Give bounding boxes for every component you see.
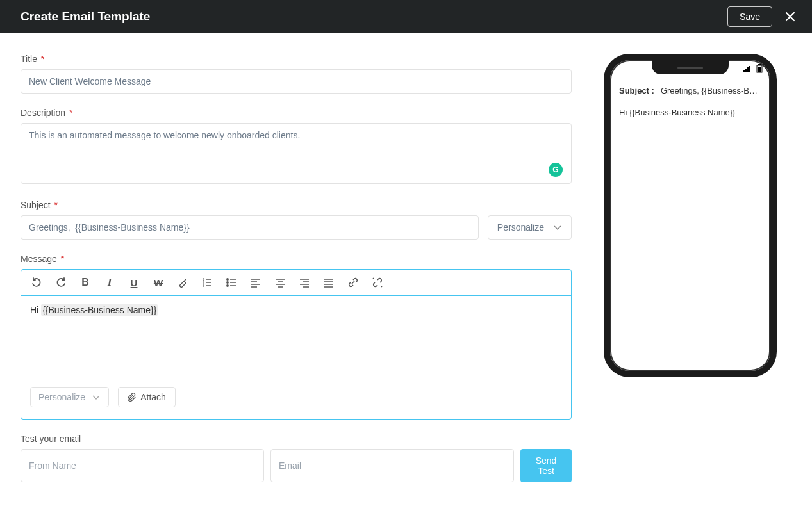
phone-status-icons: [743, 64, 763, 73]
close-icon[interactable]: [784, 10, 797, 23]
redo-icon[interactable]: [54, 276, 67, 289]
bold-icon[interactable]: B: [79, 276, 92, 289]
preview-subject-value: Greetings, {{Business-Busines…: [661, 86, 761, 95]
undo-icon[interactable]: [30, 276, 43, 289]
svg-rect-33: [745, 69, 747, 72]
message-editor: B I U W 123 Hi {{Business-Business Name}…: [21, 269, 572, 420]
send-test-button[interactable]: Send Test: [520, 449, 572, 482]
battery-icon: [756, 64, 763, 73]
title-input[interactable]: [21, 69, 572, 94]
paperclip-icon: [128, 393, 137, 402]
unlink-icon[interactable]: [371, 276, 384, 289]
form-column: Title * Description * G Subject * Person…: [21, 54, 572, 482]
subject-label: Subject *: [21, 200, 572, 210]
chevron-down-icon: [553, 223, 562, 232]
unordered-list-icon[interactable]: [225, 276, 238, 289]
underline-icon[interactable]: U: [128, 276, 140, 289]
ordered-list-icon[interactable]: 123: [201, 276, 213, 289]
subject-input[interactable]: [21, 215, 479, 240]
align-left-icon[interactable]: [249, 276, 262, 289]
description-wrapper: G: [21, 123, 572, 186]
align-right-icon[interactable]: [298, 276, 311, 289]
personalize-label: Personalize: [497, 222, 544, 233]
personalize-dropdown[interactable]: Personalize: [488, 215, 572, 240]
test-label: Test your email: [21, 434, 572, 444]
header-actions: Save: [727, 6, 797, 27]
grammarly-icon[interactable]: G: [549, 163, 563, 177]
strikethrough-icon[interactable]: W: [152, 276, 165, 289]
svg-rect-34: [747, 67, 749, 72]
description-label: Description *: [21, 108, 572, 118]
svg-rect-35: [749, 66, 750, 72]
svg-point-11: [227, 279, 228, 280]
description-input[interactable]: [21, 123, 572, 184]
svg-line-30: [373, 278, 374, 279]
italic-icon[interactable]: I: [103, 276, 116, 289]
editor-toolbar: B I U W 123: [21, 270, 571, 296]
save-button[interactable]: Save: [727, 6, 772, 27]
svg-line-31: [381, 286, 382, 287]
phone-preview: Subject : Greetings, {{Business-Busines……: [604, 54, 777, 377]
email-input[interactable]: [270, 449, 514, 482]
editor-text: Hi: [30, 305, 41, 315]
svg-rect-38: [758, 67, 761, 72]
svg-rect-37: [758, 64, 761, 65]
svg-point-13: [227, 285, 228, 286]
align-center-icon[interactable]: [274, 276, 286, 289]
svg-text:3: 3: [203, 284, 204, 288]
preview-subject-label: Subject :: [619, 86, 654, 95]
merge-token: {{Business-Business Name}}: [41, 304, 158, 316]
page-body: Title * Description * G Subject * Person…: [0, 33, 812, 503]
editor-body[interactable]: Hi {{Business-Business Name}}: [21, 296, 571, 379]
preview-column: Subject : Greetings, {{Business-Busines……: [604, 54, 777, 377]
message-label: Message *: [21, 254, 572, 264]
personalize-dropdown-small[interactable]: Personalize: [30, 387, 109, 407]
phone-notch: [652, 60, 729, 74]
preview-body: Hi {{Business-Business Name}}: [619, 108, 761, 117]
chevron-down-icon: [92, 393, 101, 402]
test-row: Send Test: [21, 449, 572, 482]
title-label: Title *: [21, 54, 572, 64]
clear-format-icon[interactable]: [176, 276, 189, 289]
page-title: Create Email Template: [21, 10, 150, 24]
signal-icon: [743, 65, 752, 72]
link-icon[interactable]: [347, 276, 360, 289]
svg-rect-32: [743, 70, 745, 72]
editor-footer: Personalize Attach: [21, 379, 571, 419]
modal-header: Create Email Template Save: [0, 0, 812, 33]
preview-subject-row: Subject : Greetings, {{Business-Busines…: [619, 86, 761, 101]
align-justify-icon[interactable]: [322, 276, 335, 289]
from-name-input[interactable]: [21, 449, 264, 482]
subject-row: Personalize: [21, 215, 572, 240]
attach-button[interactable]: Attach: [118, 387, 176, 407]
svg-point-12: [227, 282, 228, 283]
